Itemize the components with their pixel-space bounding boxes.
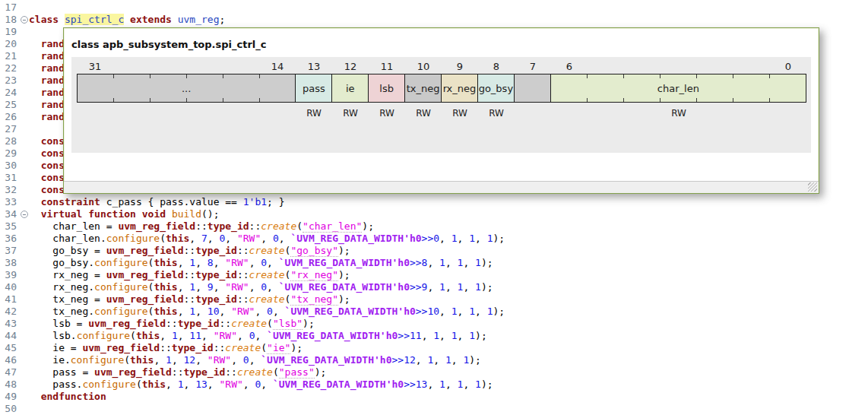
line-number: 38 xyxy=(0,257,20,269)
bit-tick xyxy=(660,74,661,78)
code-line[interactable]: 45 ie = uvm_reg_field::type_id::create("… xyxy=(0,342,868,354)
code-text[interactable]: pass = uvm_reg_field::type_id::create("p… xyxy=(29,366,868,379)
fold-column xyxy=(20,160,29,172)
field-label: go_bsy xyxy=(479,83,513,94)
register-field-lsb[interactable]: lsb xyxy=(369,74,405,102)
code-line[interactable]: 34 virtual function void build(); xyxy=(0,208,868,220)
code-text[interactable]: tx_neg = uvm_reg_field::type_id::create(… xyxy=(29,293,868,306)
code-text[interactable]: go_bsy.configure(this, 1, 8, "RW", 0, `U… xyxy=(29,257,868,269)
code-text[interactable]: ie.configure(this, 1, 12, "RW", 0, `UVM_… xyxy=(29,354,868,366)
fold-column xyxy=(20,38,29,50)
code-line[interactable]: 42 tx_neg.configure(this, 1, 10, "RW", 0… xyxy=(0,306,868,318)
bit-tick xyxy=(150,98,150,102)
code-line[interactable]: 35 char_len = uvm_reg_field::type_id::cr… xyxy=(0,220,868,233)
register-field-tx_neg[interactable]: tx_neg xyxy=(405,74,442,102)
register-field-unused[interactable] xyxy=(515,74,551,102)
code-line[interactable]: 36 char_len.configure(this, 7, 0, "RW", … xyxy=(0,233,868,245)
line-number: 33 xyxy=(0,196,20,208)
code-line[interactable]: 17 xyxy=(0,2,868,14)
bit-tick xyxy=(186,74,187,78)
field-access: RW xyxy=(478,108,515,119)
fold-column xyxy=(20,147,29,160)
code-line[interactable]: 44 lsb.configure(this, 1, 11, "RW", 0, `… xyxy=(0,330,868,342)
bit-number xyxy=(186,72,223,74)
code-text[interactable]: lsb = uvm_reg_field::type_id::create("ls… xyxy=(29,318,868,330)
register-field-rx_neg[interactable]: rx_neg xyxy=(442,74,478,102)
bit-tick xyxy=(113,74,114,78)
code-text[interactable]: go_bsy = uvm_reg_field::type_id::create(… xyxy=(29,245,868,257)
code-text[interactable]: ie = uvm_reg_field::type_id::create("ie"… xyxy=(29,342,868,354)
bit-number: 0 xyxy=(770,61,806,74)
line-number: 32 xyxy=(0,184,20,196)
code-text[interactable]: tx_neg.configure(this, 1, 10, "RW", 0, `… xyxy=(29,306,868,318)
bit-tick xyxy=(660,98,661,102)
fold-column xyxy=(20,330,29,342)
line-number: 27 xyxy=(0,123,20,135)
field-access: RW xyxy=(332,108,369,119)
code-text[interactable]: char_len = uvm_reg_field::type_id::creat… xyxy=(29,220,868,233)
line-number: 50 xyxy=(0,403,20,415)
register-field-pass[interactable]: pass xyxy=(296,74,332,102)
bit-number: 6 xyxy=(551,61,588,74)
bit-number: 13 xyxy=(296,61,332,74)
line-number: 31 xyxy=(0,172,20,184)
code-line[interactable]: 41 tx_neg = uvm_reg_field::type_id::crea… xyxy=(0,293,868,306)
line-number: 49 xyxy=(0,391,20,403)
field-access: RW xyxy=(296,108,332,119)
code-line[interactable]: 46 ie.configure(this, 1, 12, "RW", 0, `U… xyxy=(0,354,868,366)
fold-column xyxy=(20,196,29,208)
line-number: 42 xyxy=(0,306,20,318)
fold-column xyxy=(20,257,29,269)
code-line[interactable]: 40 rx_neg.configure(this, 1, 9, "RW", 0,… xyxy=(0,281,868,293)
code-text[interactable]: rx_neg = uvm_reg_field::type_id::create(… xyxy=(29,269,868,281)
line-number: 46 xyxy=(0,354,20,366)
resize-grip-icon[interactable] xyxy=(808,182,817,192)
code-text[interactable]: endfunction xyxy=(29,391,868,403)
code-line[interactable]: 47 pass = uvm_reg_field::type_id::create… xyxy=(0,366,868,379)
register-panel: 31141312111098760 ...passielsbtx_negrx_n… xyxy=(71,57,811,153)
line-number: 25 xyxy=(0,99,20,111)
code-text[interactable]: virtual function void build(); xyxy=(29,208,868,220)
register-field-unused[interactable]: ... xyxy=(78,74,296,102)
field-label: lsb xyxy=(379,83,394,94)
code-text[interactable] xyxy=(29,2,868,14)
code-line[interactable]: 50 xyxy=(0,403,868,415)
code-text[interactable] xyxy=(29,403,868,415)
register-field-ie[interactable]: ie xyxy=(332,74,369,102)
field-label: ie xyxy=(346,83,355,94)
register-field-go_bsy[interactable]: go_bsy xyxy=(478,74,515,102)
code-text[interactable]: class spi_ctrl_c extends uvm_reg; xyxy=(29,14,868,26)
code-line[interactable]: 43 lsb = uvm_reg_field::type_id::create(… xyxy=(0,318,868,330)
code-line[interactable]: 48 pass.configure(this, 1, 13, "RW", 0, … xyxy=(0,379,868,391)
register-field-char_len[interactable]: char_len xyxy=(551,74,806,102)
line-number: 34 xyxy=(0,208,20,220)
bit-tick xyxy=(150,74,150,78)
bit-number xyxy=(733,72,770,74)
line-number: 18 xyxy=(0,14,20,26)
code-line[interactable]: 37 go_bsy = uvm_reg_field::type_id::crea… xyxy=(0,245,868,257)
code-text[interactable]: pass.configure(this, 1, 13, "RW", 0, `UV… xyxy=(29,379,868,391)
line-number: 36 xyxy=(0,233,20,245)
code-line[interactable]: 38 go_bsy.configure(this, 1, 8, "RW", 0,… xyxy=(0,257,868,269)
code-line[interactable]: 18class spi_ctrl_c extends uvm_reg; xyxy=(0,14,868,26)
bit-tick xyxy=(259,74,260,78)
hover-popup-spi-ctrl-c[interactable]: class apb_subsystem_top.spi_ctrl_c 31141… xyxy=(63,27,819,194)
fold-collapse-icon[interactable] xyxy=(20,14,29,26)
code-text[interactable]: lsb.configure(this, 1, 11, "RW", 0, `UVM… xyxy=(29,330,868,342)
bit-tick xyxy=(696,74,697,78)
fold-column xyxy=(20,245,29,257)
bit-tick xyxy=(186,98,187,102)
fold-column xyxy=(20,220,29,233)
code-text[interactable]: constraint c_pass { pass.value == 1'b1; … xyxy=(29,196,868,208)
popup-status-bar xyxy=(64,181,819,193)
fold-collapse-icon[interactable] xyxy=(20,208,29,220)
code-line[interactable]: 49 endfunction xyxy=(0,391,868,403)
code-line[interactable]: 39 rx_neg = uvm_reg_field::type_id::crea… xyxy=(0,269,868,281)
code-text[interactable]: rx_neg.configure(this, 1, 9, "RW", 0, `U… xyxy=(29,281,868,293)
code-line[interactable]: 33 constraint c_pass { pass.value == 1'b… xyxy=(0,196,868,208)
field-access: RW xyxy=(442,108,478,119)
line-number: 21 xyxy=(0,50,20,62)
code-text[interactable]: char_len.configure(this, 7, 0, "RW", 0, … xyxy=(29,233,868,245)
bit-number xyxy=(624,72,661,74)
bit-number xyxy=(588,72,624,74)
